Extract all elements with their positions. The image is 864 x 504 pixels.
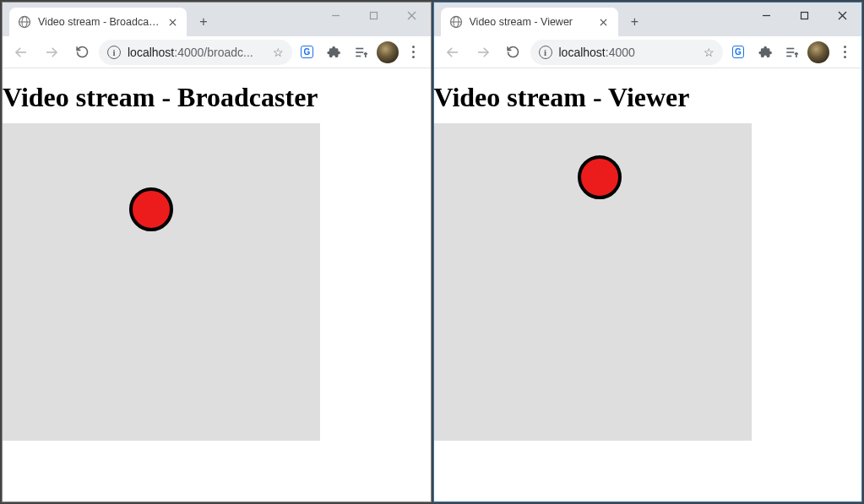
browser-toolbar: i localhost:4000 ☆ G: [434, 36, 862, 68]
extensions-icon[interactable]: [323, 41, 346, 64]
video-canvas[interactable]: [434, 123, 752, 441]
browser-tab[interactable]: Video stream - Broadcaster: [9, 8, 187, 36]
bookmark-star-icon[interactable]: ☆: [704, 46, 715, 59]
window-minimize-button[interactable]: [747, 3, 785, 28]
page-content: Video stream - Viewer: [434, 68, 862, 501]
chrome-menu-button[interactable]: [402, 41, 426, 64]
translate-extension-icon[interactable]: G: [296, 41, 319, 64]
window-maximize-button[interactable]: [355, 3, 393, 28]
window-controls: [317, 3, 431, 28]
site-info-icon[interactable]: i: [107, 46, 121, 59]
titlebar: Video stream - Viewer +: [434, 3, 862, 36]
new-tab-button[interactable]: +: [623, 10, 647, 34]
tab-title: Video stream - Viewer: [470, 16, 591, 28]
svg-rect-21: [802, 12, 808, 19]
window-controls: [747, 3, 861, 28]
red-ball-icon: [578, 155, 622, 199]
url-text: localhost:4000: [559, 46, 698, 59]
browser-window-broadcaster: Video stream - Broadcaster + i localhost…: [2, 2, 432, 502]
address-bar[interactable]: i localhost:4000/broadc... ☆: [99, 40, 292, 65]
profile-avatar[interactable]: [377, 41, 399, 63]
window-maximize-button[interactable]: [785, 3, 823, 28]
chrome-menu-button[interactable]: [833, 41, 856, 64]
svg-rect-6: [370, 12, 377, 19]
back-button[interactable]: [439, 39, 466, 66]
address-bar[interactable]: i localhost:4000 ☆: [530, 40, 724, 65]
red-ball-icon: [129, 187, 173, 231]
site-info-icon[interactable]: i: [539, 46, 552, 59]
translate-extension-icon[interactable]: G: [726, 41, 750, 64]
extensions-icon[interactable]: [753, 41, 777, 64]
new-tab-button[interactable]: +: [192, 10, 215, 34]
globe-icon: [18, 15, 31, 29]
reload-button[interactable]: [500, 39, 527, 66]
reload-button[interactable]: [68, 39, 95, 66]
tab-title: Video stream - Broadcaster: [38, 16, 160, 28]
globe-icon: [449, 15, 463, 29]
page-heading: Video stream - Viewer: [434, 82, 862, 113]
forward-button[interactable]: [470, 39, 497, 66]
tab-close-button[interactable]: [166, 16, 178, 28]
browser-tab[interactable]: Video stream - Viewer: [441, 8, 618, 36]
profile-avatar[interactable]: [807, 41, 829, 63]
back-button[interactable]: [8, 39, 35, 66]
page-heading: Video stream - Broadcaster: [3, 82, 431, 113]
window-close-button[interactable]: [823, 3, 861, 28]
tab-close-button[interactable]: [598, 16, 610, 28]
reading-list-icon[interactable]: [780, 41, 804, 64]
forward-button[interactable]: [38, 39, 65, 66]
bookmark-star-icon[interactable]: ☆: [273, 46, 284, 59]
window-minimize-button[interactable]: [317, 3, 355, 28]
window-close-button[interactable]: [393, 3, 431, 28]
video-canvas[interactable]: [3, 123, 320, 441]
page-content: Video stream - Broadcaster: [3, 68, 431, 501]
browser-toolbar: i localhost:4000/broadc... ☆ G: [3, 36, 431, 68]
titlebar: Video stream - Broadcaster +: [3, 3, 431, 36]
reading-list-icon[interactable]: [350, 41, 373, 64]
url-text: localhost:4000/broadc...: [128, 46, 266, 59]
browser-window-viewer: Video stream - Viewer + i localhost:4000…: [433, 2, 863, 502]
